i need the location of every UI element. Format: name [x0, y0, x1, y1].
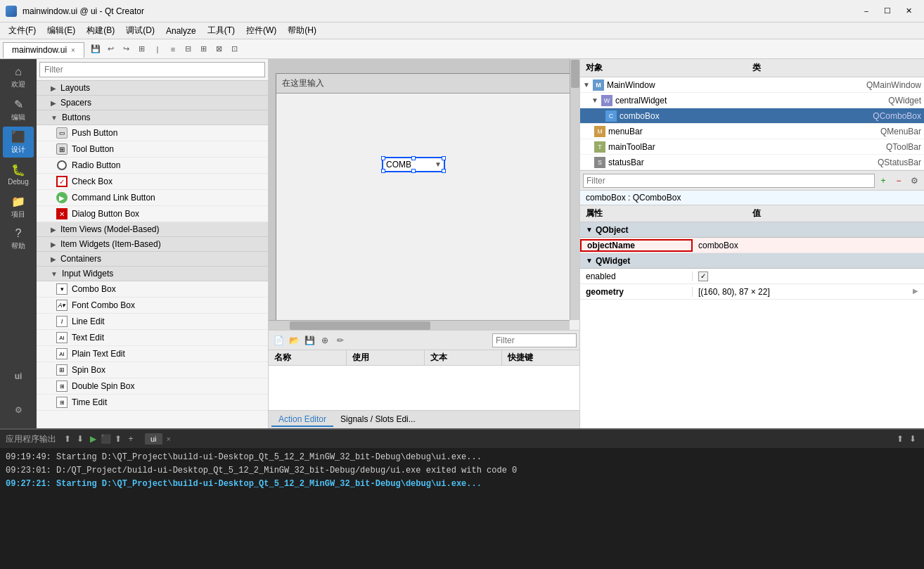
widget-filter-input[interactable]: [39, 62, 265, 77]
action-btn5[interactable]: ✏: [333, 333, 347, 347]
sel-handle-br[interactable]: [442, 169, 446, 173]
tree-toolbar[interactable]: T mainToolBar QToolBar: [580, 139, 924, 155]
output-scroll-btn[interactable]: ⬆: [113, 433, 124, 445]
menu-widgets[interactable]: 控件(W): [240, 23, 282, 38]
action-btn3[interactable]: 💾: [302, 333, 316, 347]
category-itemviews[interactable]: ▶ Item Views (Model-Based): [37, 222, 268, 237]
sel-handle-bc[interactable]: [411, 169, 416, 173]
undo-icon[interactable]: ↩: [104, 42, 118, 56]
tree-combobox[interactable]: C comboBox QComboBox: [580, 108, 924, 124]
sidebar-edit[interactable]: ✎ 编辑: [3, 94, 34, 125]
action-btn2[interactable]: 📂: [287, 333, 301, 347]
tab-action-editor[interactable]: Action Editor: [271, 413, 333, 427]
sel-handle-tc[interactable]: [411, 156, 416, 160]
item-double-spin-box[interactable]: ⊞ Double Spin Box: [37, 378, 268, 395]
props-add-button[interactable]: +: [876, 174, 890, 188]
sidebar-ui[interactable]: ui: [3, 361, 34, 392]
menu-file[interactable]: 文件(F): [3, 23, 41, 38]
menu-build[interactable]: 构建(B): [81, 23, 120, 38]
editor-tab[interactable]: mainwindow.ui ×: [3, 42, 84, 58]
menu-analyze[interactable]: Analyze: [160, 25, 202, 37]
tree-statusbar[interactable]: S statusBar QStatusBar: [580, 155, 924, 170]
menu-debug[interactable]: 调试(D): [120, 23, 160, 38]
item-dialog-button[interactable]: ✕ Dialog Button Box: [37, 206, 268, 222]
enabled-checkbox[interactable]: ✓: [698, 271, 708, 281]
toolbar-btn7[interactable]: ⊡: [228, 42, 242, 56]
item-check-box[interactable]: ✓ Check Box: [37, 174, 268, 190]
props-remove-button[interactable]: −: [892, 174, 906, 188]
output-run-btn[interactable]: ▶: [87, 433, 98, 445]
props-filter-input[interactable]: [583, 174, 875, 188]
push-button-label: Push Button: [72, 128, 117, 138]
toolbar-btn6[interactable]: ⊠: [212, 42, 226, 56]
toolbar-btn5[interactable]: ⊞: [197, 42, 211, 56]
vertical-scrollbar[interactable]: [570, 59, 579, 320]
toolbar-btn1[interactable]: ⊞: [135, 42, 149, 56]
item-spin-box[interactable]: ⊞ Spin Box: [37, 362, 268, 378]
category-containers[interactable]: ▶ Containers: [37, 252, 268, 267]
prop-objectname-row[interactable]: objectName comboBox: [580, 238, 924, 253]
output-ui-tab[interactable]: ui: [145, 433, 162, 445]
item-text-edit[interactable]: AI Text Edit: [37, 330, 268, 346]
tree-mainwindow[interactable]: ▼ M MainWindow QMainWindow: [580, 77, 924, 93]
item-font-combo-box[interactable]: A▾ Font Combo Box: [37, 298, 268, 314]
action-btn4[interactable]: ⊕: [318, 333, 332, 347]
tree-menubar[interactable]: M menuBar QMenuBar: [580, 124, 924, 139]
props-config-button[interactable]: ⚙: [907, 174, 921, 188]
sel-handle-bl[interactable]: [381, 169, 385, 173]
category-input-widgets[interactable]: ▼ Input Widgets: [37, 267, 268, 281]
tab-close-button[interactable]: ×: [71, 46, 75, 54]
prop-enabled-row[interactable]: enabled ✓: [580, 269, 924, 284]
output-up-btn[interactable]: ⬆: [62, 433, 73, 445]
sidebar-design[interactable]: ⬛ 设计: [3, 127, 34, 158]
prop-geometry-row[interactable]: geometry [(160, 80), 87 × 22] ▶: [580, 284, 924, 300]
item-plain-text-edit[interactable]: AI Plain Text Edit: [37, 346, 268, 362]
output-add-btn[interactable]: +: [125, 433, 136, 445]
maximize-button[interactable]: ☐: [878, 4, 897, 18]
category-spacers[interactable]: ▶ Spacers: [37, 96, 268, 110]
canvas-scroll-area[interactable]: 在这里输入 COMB ▼: [269, 59, 579, 330]
toolbar-btn4[interactable]: ⊟: [181, 42, 195, 56]
item-line-edit[interactable]: I Line Edit: [37, 314, 268, 330]
menu-help[interactable]: 帮助(H): [282, 23, 322, 38]
item-command-link[interactable]: ▶ Command Link Button: [37, 190, 268, 206]
category-layouts[interactable]: ▶ Layouts: [37, 81, 268, 96]
item-push-button[interactable]: ▭ Push Button: [37, 125, 268, 141]
output-right-up[interactable]: ⬆: [894, 433, 906, 445]
item-combo-box[interactable]: ▾ Combo Box: [37, 281, 268, 298]
menu-edit[interactable]: 编辑(E): [41, 23, 81, 38]
radio-button-icon: [57, 160, 67, 170]
item-time-edit[interactable]: ⊞ Time Edit: [37, 395, 268, 411]
item-radio-button[interactable]: Radio Button: [37, 158, 268, 174]
sidebar-debug2[interactable]: ⚙: [3, 395, 34, 426]
canvas-combobox-widget[interactable]: COMB ▼: [382, 157, 445, 172]
sidebar-project[interactable]: 📁 项目: [3, 191, 34, 222]
tree-centralwidget[interactable]: ▼ W centralWidget QWidget: [580, 93, 924, 108]
sidebar-debug[interactable]: 🐛 Debug: [3, 159, 34, 190]
output-close-tab[interactable]: ×: [162, 433, 175, 445]
category-buttons[interactable]: ▼ Buttons: [37, 110, 268, 125]
sidebar-help[interactable]: ? 帮助: [3, 224, 34, 255]
item-tool-button[interactable]: ⊞ Tool Button: [37, 141, 268, 158]
sel-handle-tr[interactable]: [442, 156, 446, 160]
redo-icon[interactable]: ↪: [120, 42, 134, 56]
output-stop-btn[interactable]: ⬛: [100, 433, 111, 445]
close-button[interactable]: ✕: [899, 4, 918, 18]
toolbar-btn2[interactable]: |: [150, 42, 165, 56]
category-itemwidgets[interactable]: ▶ Item Widgets (Item-Based): [37, 237, 268, 252]
output-right-down[interactable]: ⬇: [907, 433, 918, 445]
sel-handle-tl[interactable]: [381, 156, 385, 160]
tab-signals-slots[interactable]: Signals / Slots Edi...: [333, 413, 423, 427]
minimize-button[interactable]: −: [856, 4, 876, 18]
action-filter-input[interactable]: [492, 333, 577, 347]
menu-tools[interactable]: 工具(T): [202, 23, 240, 38]
horizontal-scrollbar[interactable]: [269, 320, 570, 330]
section-qwidget[interactable]: ▼ QWidget: [580, 253, 924, 269]
action-btn1[interactable]: 📄: [271, 333, 285, 347]
buttons-label: Buttons: [62, 113, 91, 122]
toolbar-btn3[interactable]: ≡: [166, 42, 180, 56]
output-down-btn[interactable]: ⬇: [75, 433, 86, 445]
section-qobject[interactable]: ▼ QObject: [580, 222, 924, 238]
sidebar-welcome[interactable]: ⌂ 欢迎: [3, 62, 34, 93]
save-icon[interactable]: 💾: [89, 42, 103, 56]
